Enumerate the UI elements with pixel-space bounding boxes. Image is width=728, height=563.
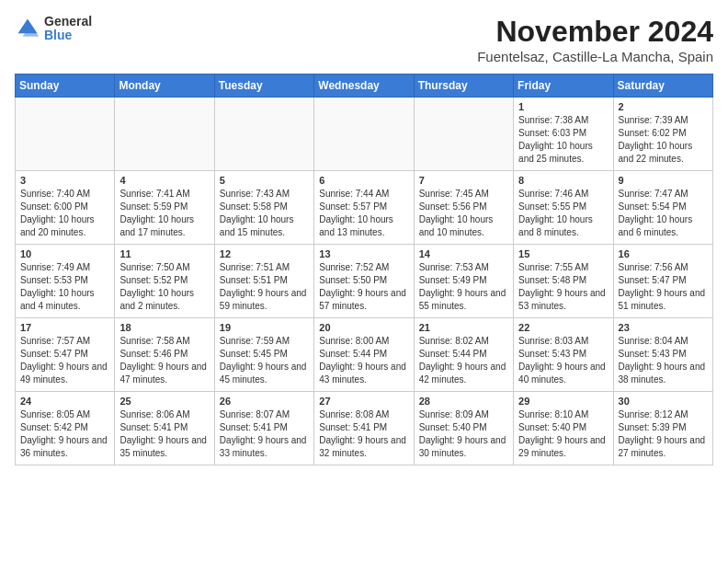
calendar-header-monday: Monday [115, 75, 214, 98]
calendar-cell: 4Sunrise: 7:41 AMSunset: 5:59 PMDaylight… [115, 171, 214, 245]
calendar-cell: 22Sunrise: 8:03 AMSunset: 5:43 PMDayligh… [514, 318, 613, 392]
day-info: Sunrise: 7:58 AMSunset: 5:46 PMDaylight:… [119, 336, 207, 385]
day-info: Sunrise: 7:55 AMSunset: 5:48 PMDaylight:… [518, 262, 606, 311]
day-number: 29 [518, 396, 608, 407]
day-info: Sunrise: 8:06 AMSunset: 5:41 PMDaylight:… [119, 409, 207, 458]
calendar-cell: 16Sunrise: 7:56 AMSunset: 5:47 PMDayligh… [613, 245, 712, 318]
day-info: Sunrise: 8:12 AMSunset: 5:39 PMDaylight:… [619, 409, 706, 458]
calendar-cell: 8Sunrise: 7:46 AMSunset: 5:55 PMDaylight… [514, 171, 613, 245]
day-number: 10 [20, 248, 109, 259]
calendar-cell: 1Sunrise: 7:38 AMSunset: 6:03 PMDaylight… [514, 98, 613, 171]
calendar-header-wednesday: Wednesday [314, 75, 414, 98]
day-number: 22 [518, 322, 608, 333]
calendar-cell: 24Sunrise: 8:05 AMSunset: 5:42 PMDayligh… [16, 392, 115, 465]
day-info: Sunrise: 7:43 AMSunset: 5:58 PMDaylight:… [220, 189, 294, 237]
day-number: 6 [319, 175, 408, 186]
calendar-cell: 18Sunrise: 7:58 AMSunset: 5:46 PMDayligh… [115, 318, 214, 392]
calendar-cell: 3Sunrise: 7:40 AMSunset: 6:00 PMDaylight… [16, 171, 115, 245]
calendar-cell: 27Sunrise: 8:08 AMSunset: 5:41 PMDayligh… [314, 392, 414, 465]
day-info: Sunrise: 7:47 AMSunset: 5:54 PMDaylight:… [619, 189, 693, 237]
day-number: 2 [619, 101, 708, 112]
title-block: November 2024 Fuentelsaz, Castille-La Ma… [477, 15, 713, 64]
calendar-header-tuesday: Tuesday [214, 75, 313, 98]
day-number: 4 [119, 175, 209, 186]
calendar-cell [414, 98, 513, 171]
day-info: Sunrise: 8:00 AMSunset: 5:44 PMDaylight:… [319, 336, 406, 385]
day-number: 5 [220, 175, 309, 186]
calendar-cell: 19Sunrise: 7:59 AMSunset: 5:45 PMDayligh… [214, 318, 313, 392]
calendar-header-thursday: Thursday [414, 75, 513, 98]
calendar-week-row: 3Sunrise: 7:40 AMSunset: 6:00 PMDaylight… [16, 171, 713, 245]
page-header: General Blue November 2024 Fuentelsaz, C… [15, 15, 713, 64]
day-number: 19 [220, 322, 309, 333]
day-info: Sunrise: 8:07 AMSunset: 5:41 PMDaylight:… [220, 409, 307, 458]
day-number: 11 [119, 248, 209, 259]
day-info: Sunrise: 7:57 AMSunset: 5:47 PMDaylight:… [20, 336, 108, 385]
day-info: Sunrise: 7:41 AMSunset: 5:59 PMDaylight:… [119, 189, 194, 237]
calendar-cell: 7Sunrise: 7:45 AMSunset: 5:56 PMDaylight… [414, 171, 513, 245]
calendar-cell: 2Sunrise: 7:39 AMSunset: 6:02 PMDaylight… [613, 98, 712, 171]
day-number: 30 [619, 396, 708, 407]
calendar-header-sunday: Sunday [16, 75, 115, 98]
calendar-cell: 29Sunrise: 8:10 AMSunset: 5:40 PMDayligh… [514, 392, 613, 465]
day-number: 20 [319, 322, 408, 333]
day-number: 25 [119, 396, 209, 407]
day-number: 23 [619, 322, 708, 333]
day-info: Sunrise: 8:09 AMSunset: 5:40 PMDaylight:… [419, 409, 506, 458]
logo-text: General Blue [44, 15, 92, 43]
day-number: 17 [20, 322, 109, 333]
day-info: Sunrise: 7:49 AMSunset: 5:53 PMDaylight:… [20, 262, 95, 311]
calendar-cell: 15Sunrise: 7:55 AMSunset: 5:48 PMDayligh… [514, 245, 613, 318]
calendar-header-saturday: Saturday [613, 75, 712, 98]
calendar-cell: 17Sunrise: 7:57 AMSunset: 5:47 PMDayligh… [16, 318, 115, 392]
day-number: 12 [220, 248, 309, 259]
day-info: Sunrise: 7:46 AMSunset: 5:55 PMDaylight:… [518, 189, 593, 237]
calendar-cell: 20Sunrise: 8:00 AMSunset: 5:44 PMDayligh… [314, 318, 414, 392]
day-info: Sunrise: 8:05 AMSunset: 5:42 PMDaylight:… [20, 409, 108, 458]
calendar-cell: 30Sunrise: 8:12 AMSunset: 5:39 PMDayligh… [613, 392, 712, 465]
calendar-cell: 9Sunrise: 7:47 AMSunset: 5:54 PMDaylight… [613, 171, 712, 245]
day-number: 28 [419, 396, 508, 407]
calendar-cell: 5Sunrise: 7:43 AMSunset: 5:58 PMDaylight… [214, 171, 313, 245]
day-info: Sunrise: 7:44 AMSunset: 5:57 PMDaylight:… [319, 189, 393, 237]
calendar-week-row: 10Sunrise: 7:49 AMSunset: 5:53 PMDayligh… [16, 245, 713, 318]
location-text: Fuentelsaz, Castille-La Mancha, Spain [477, 49, 713, 64]
calendar-cell: 12Sunrise: 7:51 AMSunset: 5:51 PMDayligh… [214, 245, 313, 318]
day-info: Sunrise: 7:56 AMSunset: 5:47 PMDaylight:… [619, 262, 706, 311]
day-info: Sunrise: 7:50 AMSunset: 5:52 PMDaylight:… [119, 262, 194, 311]
day-info: Sunrise: 8:02 AMSunset: 5:44 PMDaylight:… [419, 336, 506, 385]
day-info: Sunrise: 8:08 AMSunset: 5:41 PMDaylight:… [319, 409, 406, 458]
day-info: Sunrise: 7:52 AMSunset: 5:50 PMDaylight:… [319, 262, 406, 311]
calendar-cell [115, 98, 214, 171]
calendar-cell [16, 98, 115, 171]
day-number: 15 [518, 248, 608, 259]
day-number: 14 [419, 248, 508, 259]
day-number: 8 [518, 175, 608, 186]
calendar-cell: 6Sunrise: 7:44 AMSunset: 5:57 PMDaylight… [314, 171, 414, 245]
calendar-cell: 28Sunrise: 8:09 AMSunset: 5:40 PMDayligh… [414, 392, 513, 465]
logo-icon [15, 16, 40, 41]
day-number: 18 [119, 322, 209, 333]
day-info: Sunrise: 8:10 AMSunset: 5:40 PMDaylight:… [518, 409, 606, 458]
day-info: Sunrise: 7:53 AMSunset: 5:49 PMDaylight:… [419, 262, 506, 311]
day-number: 27 [319, 396, 408, 407]
day-number: 13 [319, 248, 408, 259]
day-number: 3 [20, 175, 109, 186]
calendar-cell: 25Sunrise: 8:06 AMSunset: 5:41 PMDayligh… [115, 392, 214, 465]
logo-general-text: General [44, 15, 92, 29]
calendar-cell: 26Sunrise: 8:07 AMSunset: 5:41 PMDayligh… [214, 392, 313, 465]
calendar-cell: 13Sunrise: 7:52 AMSunset: 5:50 PMDayligh… [314, 245, 414, 318]
day-number: 26 [220, 396, 309, 407]
day-info: Sunrise: 7:40 AMSunset: 6:00 PMDaylight:… [20, 189, 95, 237]
calendar-cell [314, 98, 414, 171]
day-info: Sunrise: 8:04 AMSunset: 5:43 PMDaylight:… [619, 336, 706, 385]
day-number: 21 [419, 322, 508, 333]
calendar-table: SundayMondayTuesdayWednesdayThursdayFrid… [15, 74, 713, 465]
day-info: Sunrise: 7:38 AMSunset: 6:03 PMDaylight:… [518, 115, 593, 164]
calendar-week-row: 24Sunrise: 8:05 AMSunset: 5:42 PMDayligh… [16, 392, 713, 465]
day-info: Sunrise: 7:39 AMSunset: 6:02 PMDaylight:… [619, 115, 693, 164]
day-number: 1 [518, 101, 608, 112]
calendar-week-row: 1Sunrise: 7:38 AMSunset: 6:03 PMDaylight… [16, 98, 713, 171]
day-number: 7 [419, 175, 508, 186]
day-info: Sunrise: 7:45 AMSunset: 5:56 PMDaylight:… [419, 189, 494, 237]
